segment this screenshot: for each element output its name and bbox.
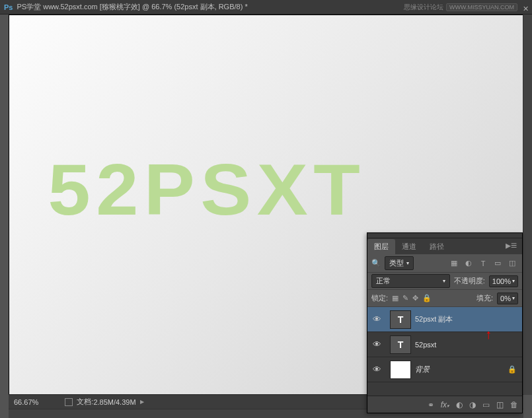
visibility-toggle-icon[interactable]: 👁: [367, 365, 386, 374]
blend-row: 正常 ▾ 不透明度: 100% ▾: [367, 273, 522, 290]
layer-list-empty: [367, 382, 522, 396]
lock-position-icon[interactable]: ✥: [412, 294, 418, 302]
lock-row: 锁定: ▦ ✎ ✥ 🔒 填充: 0% ▾: [367, 290, 522, 307]
app-icon: Ps: [4, 3, 13, 11]
chevron-down-icon: ▾: [512, 295, 515, 301]
chevron-down-icon: ▾: [443, 278, 445, 284]
filter-type-icon[interactable]: T: [477, 258, 489, 269]
doc-size: 2.85M/4.39M: [93, 398, 135, 406]
layer-row[interactable]: 👁 T 52psxt: [367, 332, 522, 357]
blend-mode-select[interactable]: 正常 ▾: [371, 274, 450, 288]
filter-kind-select[interactable]: 类型 ▾: [385, 256, 414, 270]
filter-row: 🔍 类型 ▾ ▦ ◐ T ▭ ◫: [367, 254, 522, 273]
mask-icon[interactable]: ◐: [456, 400, 463, 409]
doc-preview-icon[interactable]: [65, 398, 73, 406]
link-layers-icon[interactable]: ⚭: [428, 400, 434, 409]
tab-channels[interactable]: 通道: [395, 239, 423, 254]
chevron-down-icon: ▾: [406, 260, 409, 266]
tab-paths[interactable]: 路径: [423, 239, 451, 254]
layer-name[interactable]: 背景: [415, 365, 508, 374]
watermark-badge: WWW.MISSYUAN.COM: [446, 3, 517, 11]
adjustment-icon[interactable]: ◑: [469, 400, 476, 409]
filter-pixel-icon[interactable]: ▦: [448, 258, 460, 269]
layer-list: 👁 T 52psxt 副本 👁 T 52psxt 👁 背景 🔒: [367, 307, 522, 396]
fx-icon[interactable]: fx▾: [441, 400, 449, 409]
panel-tabs: 图层 通道 路径 ▸≡: [367, 238, 522, 254]
chevron-down-icon: ▾: [512, 278, 515, 284]
watermark: 思缘设计论坛 WWW.MISSYUAN.COM: [404, 3, 517, 12]
document-title: PS学堂 www.52psxt.com [猕猴桃字效] @ 66.7% (52p…: [17, 2, 404, 12]
panel-menu-icon[interactable]: ▸≡: [500, 236, 522, 254]
layer-row[interactable]: 👁 T 52psxt 副本: [367, 307, 522, 332]
fill-value[interactable]: 0% ▾: [497, 293, 518, 304]
filter-kind-label: 类型: [389, 258, 404, 268]
opacity-value[interactable]: 100% ▾: [489, 275, 518, 287]
opacity-label: 不透明度:: [454, 276, 485, 286]
title-bar: Ps PS学堂 www.52psxt.com [猕猴桃字效] @ 66.7% (…: [0, 0, 532, 15]
fill-value-text: 0%: [500, 295, 511, 302]
filter-adjust-icon[interactable]: ◐: [463, 258, 475, 269]
layer-name[interactable]: 52psxt 副本: [415, 314, 522, 324]
trash-icon[interactable]: 🗑: [510, 400, 518, 409]
layers-panel: 图层 通道 路径 ▸≡ 🔍 类型 ▾ ▦ ◐ T ▭ ◫ 正常 ▾ 不透明度: …: [367, 232, 523, 413]
lock-icon: 🔒: [508, 365, 517, 374]
layer-row[interactable]: 👁 背景 🔒: [367, 357, 522, 382]
close-tab-icon[interactable]: ✕: [523, 5, 528, 10]
panel-drag-handle[interactable]: [367, 233, 522, 238]
lock-all-icon[interactable]: 🔒: [422, 294, 432, 302]
vertical-scrollbar[interactable]: [523, 15, 532, 395]
search-icon[interactable]: 🔍: [371, 259, 381, 267]
lock-transparent-icon[interactable]: ▦: [392, 294, 399, 302]
lock-label: 锁定:: [371, 293, 388, 303]
new-layer-icon[interactable]: ◫: [496, 400, 504, 409]
tab-layers[interactable]: 图层: [367, 239, 395, 254]
watermark-text: 思缘设计论坛: [404, 3, 443, 12]
artwork-text: 52PSXT: [48, 147, 366, 231]
panel-footer: ⚭ fx▾ ◐ ◑ ▭ ◫ 🗑: [367, 396, 522, 413]
visibility-toggle-icon[interactable]: 👁: [367, 339, 386, 349]
zoom-level[interactable]: 66.67%: [14, 398, 38, 406]
layer-thumbnail[interactable]: [390, 361, 411, 379]
filter-shape-icon[interactable]: ▭: [492, 258, 504, 269]
fill-label: 填充:: [476, 293, 493, 303]
layer-thumbnail[interactable]: T: [390, 335, 411, 354]
lock-pixels-icon[interactable]: ✎: [402, 294, 408, 302]
status-menu-icon[interactable]: ▶: [140, 399, 144, 405]
filter-smart-icon[interactable]: ◫: [506, 258, 518, 269]
opacity-value-text: 100%: [492, 277, 511, 285]
blend-mode-label: 正常: [376, 276, 391, 286]
layer-name[interactable]: 52psxt: [415, 341, 522, 349]
visibility-toggle-icon[interactable]: 👁: [367, 314, 386, 324]
layer-thumbnail[interactable]: T: [390, 310, 411, 329]
doc-label: 文档:: [77, 397, 93, 407]
group-icon[interactable]: ▭: [482, 400, 490, 409]
